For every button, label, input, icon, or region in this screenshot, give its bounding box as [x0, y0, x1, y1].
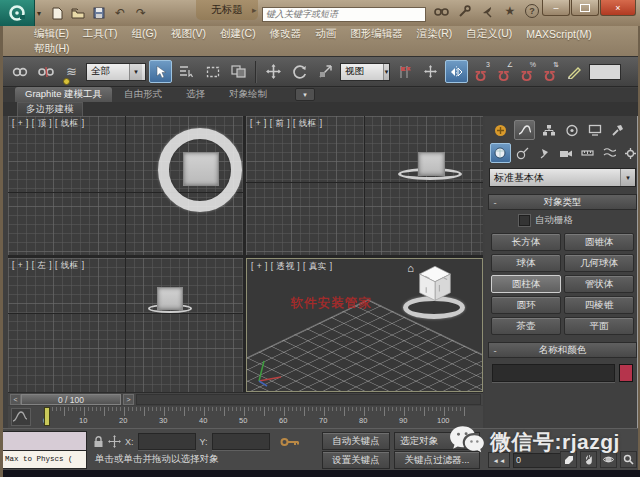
- application-menu-button[interactable]: [0, 0, 35, 26]
- rollout-collapse-icon[interactable]: -: [489, 345, 501, 356]
- undo-button[interactable]: ↶: [112, 5, 128, 21]
- menu-customize[interactable]: 自定义(U): [459, 27, 519, 41]
- spinner-snap-toggle[interactable]: Ω⇅: [540, 61, 560, 83]
- unlink-selection-icon[interactable]: [34, 60, 57, 83]
- hierarchy-tab[interactable]: [539, 121, 558, 139]
- toolbar-field[interactable]: [589, 64, 621, 80]
- object-name-field[interactable]: [492, 364, 615, 382]
- x-coordinate-field[interactable]: [138, 433, 196, 450]
- zoom-region-button[interactable]: [620, 451, 637, 468]
- snap-toggle-3d[interactable]: Ω3: [471, 61, 491, 83]
- geometry-category[interactable]: [490, 143, 511, 163]
- menu-tools[interactable]: 工具(T): [76, 27, 124, 41]
- rollout-collapse-icon[interactable]: -: [489, 197, 501, 208]
- select-and-manipulate-button[interactable]: [419, 60, 442, 83]
- auto-key-button[interactable]: 自动关键点: [322, 432, 390, 450]
- angle-snap-toggle[interactable]: Ω∠: [494, 61, 514, 83]
- menu-modifiers[interactable]: 修改器: [263, 27, 309, 41]
- viewport-left-label[interactable]: [ + ] [ 左 ] [ 线框 ]: [12, 260, 85, 272]
- utilities-tab[interactable]: [608, 121, 627, 139]
- minimize-button[interactable]: –: [542, 0, 570, 16]
- viewport-top-label[interactable]: [ + ] [ 顶 ] [ 线框 ]: [12, 118, 85, 130]
- edit-named-selection-button[interactable]: [563, 60, 586, 83]
- track-bar[interactable]: 0 10 20 30 40 50 60 70 80 90 100: [8, 406, 483, 428]
- listener-script-line[interactable]: Max to Physcs (: [2, 450, 87, 469]
- subscription-dish-icon[interactable]: [479, 3, 495, 19]
- select-and-scale-button[interactable]: [314, 60, 337, 83]
- polygon-modeling-panel[interactable]: 多边形建模: [17, 102, 83, 116]
- absolute-mode-icon[interactable]: [108, 435, 121, 448]
- create-tab[interactable]: [491, 121, 510, 139]
- primitive-category-dropdown[interactable]: 标准基本体 ▾: [489, 168, 636, 187]
- named-selection-flag-icon[interactable]: [393, 60, 416, 83]
- viewport-front-label[interactable]: [ + ] [ 前 ] [ 线框 ]: [250, 118, 323, 130]
- shapes-category[interactable]: [514, 144, 533, 162]
- bind-to-space-warp-icon[interactable]: ≋: [60, 60, 83, 83]
- box-front-view[interactable]: [418, 152, 445, 176]
- search-binoculars-icon[interactable]: [433, 3, 449, 19]
- y-coordinate-field[interactable]: [212, 433, 270, 450]
- next-frame-button[interactable]: >: [123, 394, 134, 405]
- menu-edit[interactable]: 编辑(E): [27, 27, 76, 41]
- set-key-button[interactable]: 设置关键点: [322, 451, 390, 469]
- previous-frame-button[interactable]: <: [10, 394, 21, 405]
- menu-animation[interactable]: 动画: [308, 27, 343, 41]
- maximize-button[interactable]: [571, 0, 599, 16]
- box-button[interactable]: 长方体: [491, 233, 561, 251]
- teapot-button[interactable]: 茶壶: [491, 317, 561, 335]
- object-type-rollout[interactable]: - 对象类型: [488, 194, 637, 210]
- menu-maxscript[interactable]: MAXScript(M): [519, 28, 598, 40]
- autogrid-checkbox[interactable]: [519, 215, 530, 226]
- select-and-link-icon[interactable]: [8, 60, 31, 83]
- select-and-move-button[interactable]: [262, 60, 285, 83]
- cylinder-button[interactable]: 圆柱体: [491, 275, 561, 293]
- menu-graph-editors[interactable]: 图形编辑器: [343, 27, 410, 41]
- communication-wrench-icon[interactable]: [456, 3, 472, 19]
- tab-object-paint[interactable]: 对象绘制: [217, 87, 279, 102]
- maxscript-mini-listener[interactable]: Max to Physcs (: [2, 431, 87, 468]
- lights-category[interactable]: [535, 144, 554, 162]
- sphere-button[interactable]: 球体: [491, 254, 561, 272]
- torus-button[interactable]: 圆环: [491, 296, 561, 314]
- cameras-category[interactable]: [557, 144, 576, 162]
- menu-group[interactable]: 组(G): [124, 27, 164, 41]
- viewport-front[interactable]: [ + ] [ 前 ] [ 线框 ]: [246, 116, 483, 255]
- reference-coordinate-dropdown[interactable]: 视图 ▾: [340, 63, 390, 81]
- menu-rendering[interactable]: 渲染(R): [410, 27, 460, 41]
- selection-filter-dropdown[interactable]: 全部 ▾: [86, 63, 146, 81]
- viewport-top[interactable]: [ + ] [ 顶 ] [ 线框 ]: [8, 116, 243, 255]
- ribbon-minimize-caret[interactable]: ▾: [295, 88, 315, 101]
- select-object-button[interactable]: [149, 60, 172, 83]
- geosphere-button[interactable]: 几何球体: [564, 254, 634, 272]
- new-file-button[interactable]: [49, 5, 65, 21]
- motion-tab[interactable]: [562, 121, 581, 139]
- modify-tab[interactable]: [514, 120, 535, 140]
- rectangular-selection-region-button[interactable]: [201, 60, 224, 83]
- viewport-perspective[interactable]: 软件安装管家 ⌂ [ + ] [ 透视 ] [ 真实 ]: [246, 258, 483, 392]
- tab-graphite-modeling[interactable]: Graphite 建模工具: [15, 87, 112, 102]
- mirror-button[interactable]: [445, 60, 468, 83]
- helpers-category[interactable]: [578, 144, 597, 162]
- open-file-button[interactable]: [70, 5, 86, 21]
- search-expand-icon[interactable]: ▸: [252, 5, 257, 15]
- track-bar-ruler[interactable]: 0 10 20 30 40 50 60 70 80 90 100: [44, 407, 466, 427]
- viewport-left[interactable]: [ + ] [ 左 ] [ 线框 ]: [8, 258, 243, 392]
- select-by-name-button[interactable]: [175, 60, 198, 83]
- redo-button[interactable]: ↷: [133, 5, 149, 21]
- close-button[interactable]: ×: [600, 0, 636, 16]
- box-top-view[interactable]: [183, 152, 219, 186]
- percent-snap-toggle[interactable]: Ω%: [517, 61, 537, 83]
- name-color-rollout[interactable]: - 名称和颜色: [488, 342, 637, 358]
- menu-create[interactable]: 创建(C): [213, 27, 263, 41]
- time-slider-track[interactable]: [136, 394, 481, 405]
- menu-help[interactable]: 帮助(H): [27, 42, 77, 56]
- tube-button[interactable]: 管状体: [564, 275, 634, 293]
- menu-views[interactable]: 视图(V): [164, 27, 213, 41]
- viewcube-home-icon[interactable]: ⌂: [407, 262, 414, 274]
- time-slider-handle[interactable]: 0 / 100: [21, 394, 121, 405]
- viewport-perspective-label[interactable]: [ + ] [ 透视 ] [ 真实 ]: [251, 261, 333, 273]
- space-warps-category[interactable]: [600, 144, 619, 162]
- select-and-rotate-button[interactable]: [288, 60, 311, 83]
- set-keys-key-icon[interactable]: [280, 436, 300, 448]
- window-crossing-toggle[interactable]: [227, 60, 250, 83]
